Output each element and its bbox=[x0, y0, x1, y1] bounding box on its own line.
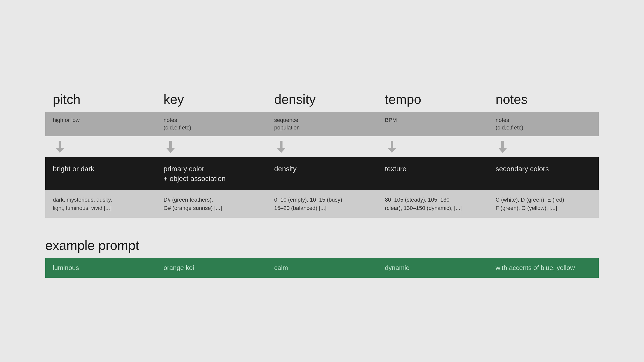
arrow-down-icon bbox=[277, 141, 286, 153]
svg-marker-5 bbox=[277, 148, 286, 153]
arrow-down-icon bbox=[387, 141, 396, 153]
example-pitch: luminous bbox=[45, 258, 156, 278]
header-row: pitch key density tempo notes bbox=[45, 84, 599, 112]
svg-rect-0 bbox=[59, 141, 61, 148]
subtitle-key: notes(c,d,e,f etc) bbox=[156, 112, 267, 137]
arrow-down-icon bbox=[166, 141, 175, 153]
svg-rect-6 bbox=[391, 141, 393, 148]
subtitle-tempo: BPM bbox=[377, 112, 488, 137]
subtitle-row: high or low notes(c,d,e,f etc) sequencep… bbox=[45, 112, 599, 137]
dark-pitch: bright or dark bbox=[45, 157, 156, 190]
arrow-notes bbox=[488, 141, 599, 153]
example-notes: with accents of blue, yellow bbox=[488, 258, 599, 278]
desc-row: dark, mysterious, dusky,light, luminous,… bbox=[45, 190, 599, 218]
desc-notes: C (white), D (green), E (red)F (green), … bbox=[488, 190, 599, 218]
example-row: luminous orange koi calm dynamic with ac… bbox=[45, 258, 599, 278]
svg-marker-9 bbox=[498, 148, 507, 153]
dark-notes: secondary colors bbox=[488, 157, 599, 190]
desc-key: D# (green feathers),G# (orange sunrise) … bbox=[156, 190, 267, 218]
example-density: calm bbox=[267, 258, 377, 278]
svg-marker-3 bbox=[166, 148, 175, 153]
dark-density: density bbox=[267, 157, 377, 190]
arrow-pitch bbox=[45, 141, 156, 153]
arrow-row bbox=[45, 136, 599, 157]
arrow-down-icon bbox=[55, 141, 64, 153]
arrow-key bbox=[156, 141, 267, 153]
subtitle-notes: notes(c,d,e,f etc) bbox=[488, 112, 599, 137]
subtitle-density: sequencepopulation bbox=[267, 112, 377, 137]
subtitle-pitch: high or low bbox=[45, 112, 156, 137]
dark-tempo: texture bbox=[377, 157, 488, 190]
header-density: density bbox=[267, 84, 377, 112]
arrow-down-icon bbox=[498, 141, 507, 153]
desc-density: 0–10 (empty), 10–15 (busy)15–20 (balance… bbox=[267, 190, 377, 218]
header-pitch: pitch bbox=[45, 84, 156, 112]
example-key: orange koi bbox=[156, 258, 267, 278]
arrow-density bbox=[267, 141, 377, 153]
example-tempo: dynamic bbox=[377, 258, 488, 278]
dark-key: primary color+ object association bbox=[156, 157, 267, 190]
header-key: key bbox=[156, 84, 267, 112]
example-prompt-heading: example prompt bbox=[45, 233, 599, 258]
svg-rect-4 bbox=[280, 141, 283, 148]
header-notes: notes bbox=[488, 84, 599, 112]
svg-marker-1 bbox=[55, 148, 64, 153]
arrow-tempo bbox=[377, 141, 488, 153]
svg-rect-2 bbox=[169, 141, 172, 148]
svg-marker-7 bbox=[387, 148, 396, 153]
header-tempo: tempo bbox=[377, 84, 488, 112]
desc-pitch: dark, mysterious, dusky,light, luminous,… bbox=[45, 190, 156, 218]
svg-rect-8 bbox=[501, 141, 504, 148]
dark-row: bright or dark primary color+ object ass… bbox=[45, 157, 599, 190]
main-container: pitch key density tempo notes high or lo… bbox=[45, 84, 599, 278]
desc-tempo: 80–105 (steady), 105–130(clear), 130–150… bbox=[377, 190, 488, 218]
